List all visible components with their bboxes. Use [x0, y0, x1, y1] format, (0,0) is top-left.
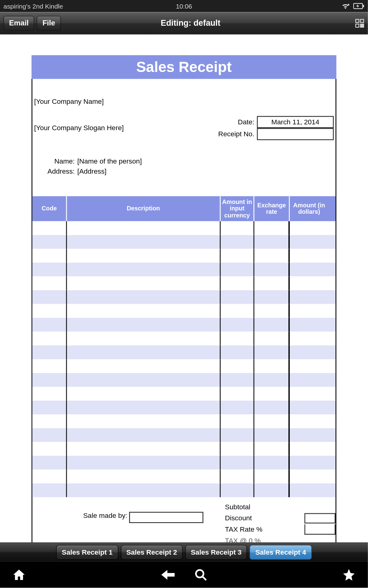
name-label: Name:: [39, 157, 75, 165]
company-slogan[interactable]: [Your Company Slogan Here]: [34, 124, 218, 132]
svg-rect-5: [360, 19, 363, 22]
tab-sheet-3[interactable]: Sales Receipt 3: [185, 545, 247, 560]
editing-title: Editing: default: [29, 19, 352, 28]
receipt-title: Sales Receipt: [32, 55, 336, 79]
tax-rate-field[interactable]: [305, 524, 335, 535]
table-row[interactable]: [33, 290, 335, 304]
address-label: Address:: [39, 168, 75, 175]
table-row[interactable]: [33, 332, 335, 345]
status-bar: aspiring's 2nd Kindle 10:06: [0, 0, 368, 12]
discount-field[interactable]: [305, 513, 335, 524]
device-name: aspiring's 2nd Kindle: [3, 2, 124, 10]
col-description: Description: [67, 196, 220, 221]
star-icon[interactable]: [342, 568, 356, 582]
table-row[interactable]: [33, 470, 335, 484]
svg-rect-7: [360, 24, 362, 25]
address-field[interactable]: [Address]: [77, 168, 106, 175]
back-icon[interactable]: [161, 568, 175, 580]
sale-made-by-field[interactable]: [129, 512, 203, 523]
tab-sheet-1[interactable]: Sales Receipt 1: [56, 545, 118, 560]
table-row[interactable]: [33, 263, 335, 277]
tab-sheet-2[interactable]: Sales Receipt 2: [121, 545, 183, 560]
name-field[interactable]: [Name of the person]: [77, 157, 142, 165]
tax-rate-label: TAX Rate %: [225, 526, 305, 533]
svg-rect-3: [363, 5, 364, 7]
receipt-no-field[interactable]: [257, 128, 334, 140]
table-row[interactable]: [33, 345, 335, 359]
table-row[interactable]: [33, 428, 335, 442]
company-name[interactable]: [Your Company Name]: [34, 98, 334, 106]
table-row[interactable]: [33, 304, 335, 318]
table-row[interactable]: [33, 249, 335, 263]
table-row[interactable]: [33, 387, 335, 401]
table-row[interactable]: [33, 318, 335, 332]
discount-label: Discount: [225, 514, 305, 522]
battery-icon: [353, 2, 365, 9]
date-label: Date:: [238, 118, 257, 126]
table-row[interactable]: [33, 401, 335, 414]
col-amount-dollars: Amount (in dollars): [290, 196, 329, 221]
system-navbar: [0, 561, 368, 588]
table-row[interactable]: [33, 456, 335, 469]
receipt-sheet: Sales Receipt [Your Company Name] [Your …: [32, 55, 336, 542]
sheet-tabs: Sales Receipt 1Sales Receipt 2Sales Rece…: [0, 542, 368, 561]
col-exchange: Exchange rate: [254, 196, 289, 221]
line-items-table: Code Description Amount in input currenc…: [33, 196, 335, 497]
tab-sheet-4[interactable]: Sales Receipt 4: [250, 545, 312, 560]
col-amount-input: Amount in input currency: [220, 196, 254, 221]
table-row[interactable]: [33, 235, 335, 249]
svg-rect-4: [356, 19, 359, 22]
table-row[interactable]: [33, 414, 335, 428]
search-icon[interactable]: [194, 568, 207, 581]
receipt-no-label: Receipt No.: [218, 130, 257, 138]
svg-rect-6: [356, 24, 359, 27]
qr-icon[interactable]: [355, 19, 364, 28]
sale-made-by-label: Sale made by:: [83, 512, 127, 520]
date-field[interactable]: March 11, 2014: [257, 116, 334, 128]
wifi-icon: [341, 2, 350, 9]
table-row[interactable]: [33, 484, 335, 497]
document-viewport[interactable]: Sales Receipt [Your Company Name] [Your …: [0, 35, 368, 543]
subtotal-label: Subtotal: [225, 503, 335, 511]
table-row[interactable]: [33, 221, 335, 235]
table-row[interactable]: [33, 359, 335, 373]
svg-line-12: [202, 576, 206, 580]
svg-rect-10: [362, 26, 364, 27]
table-row[interactable]: [33, 373, 335, 387]
status-time: 10:06: [124, 2, 244, 10]
svg-rect-8: [362, 24, 364, 25]
table-row[interactable]: [33, 442, 335, 456]
tax-at-label: TAX @ 0 %: [225, 537, 335, 542]
home-icon[interactable]: [12, 568, 26, 582]
table-row[interactable]: [33, 277, 335, 290]
svg-point-11: [196, 570, 204, 577]
svg-rect-9: [360, 26, 362, 27]
app-toolbar: Email File Editing: default: [0, 12, 368, 34]
col-code: Code: [33, 196, 67, 221]
